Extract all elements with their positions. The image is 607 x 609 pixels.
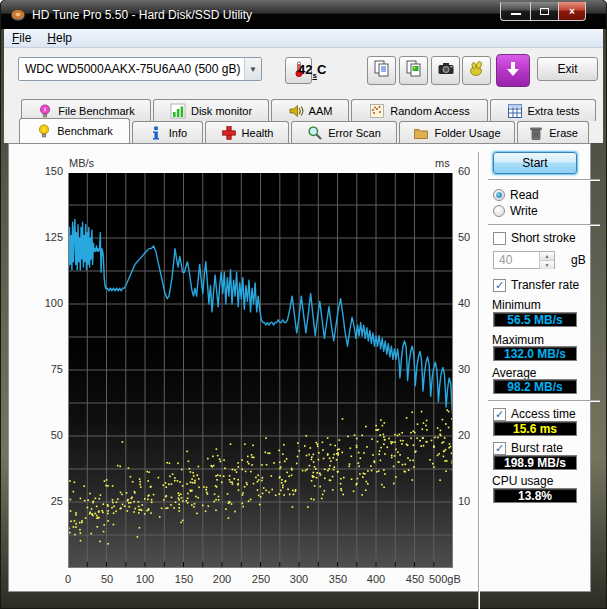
right-axis-tick-label: 10 [458,495,470,507]
minimize-icon [511,12,521,15]
bulb-pink-icon [37,103,53,119]
tab-health[interactable]: Health [205,121,289,143]
tab-benchmark[interactable]: Benchmark [19,118,130,143]
chevron-down-icon: ▼ [244,58,261,80]
dots-icon [369,103,385,119]
copy-image-icon [404,59,424,83]
maximize-button[interactable] [530,2,558,21]
magnifier-icon [307,125,323,141]
download-button[interactable] [496,54,530,87]
toolbar: WDC WD5000AAKX-75U6AA0 (500 gB) ▼ 42sC E… [4,48,603,95]
tab-disk-monitor[interactable]: Disk monitor [153,99,269,121]
access-time-value: 15.6 ms [493,421,577,436]
tab-label: AAM [309,105,333,117]
x-axis-tick-label: 350 [323,573,353,585]
tab-error-scan[interactable]: Error Scan [291,121,397,143]
left-axis-unit: MB/s [69,157,94,169]
tab-info[interactable]: Info [132,121,203,143]
x-axis-tick-label: 50 [92,573,122,585]
copy-image-button[interactable] [399,56,428,85]
tab-strip: File BenchmarkDisk monitorAAMRandom Acce… [4,95,603,143]
copy-pages-icon [372,59,392,83]
checkbox-icon [493,232,506,245]
exit-button[interactable]: Exit [537,57,598,81]
camera-button[interactable] [431,56,460,85]
close-button[interactable]: × [558,2,586,21]
tab-label: Benchmark [57,125,113,137]
write-radio[interactable]: Write [493,204,538,218]
right-axis-tick-label: 30 [458,363,470,375]
checkbox-icon: ✓ [493,279,506,292]
tab-aam[interactable]: AAM [271,99,349,121]
tab-label: Extra tests [528,105,580,117]
tab-label: Error Scan [328,127,381,139]
average-label: Average [492,366,536,380]
grid-icon [507,103,523,119]
tab-folder-usage[interactable]: Folder Usage [399,121,515,143]
x-axis-tick-label: 400 [361,573,391,585]
benchmark-page: MB/s ms 15012510075502560504030201005010… [8,143,591,592]
spinner-arrows-icon[interactable]: ▲▼ [539,252,554,268]
camera-icon [436,59,456,83]
tab-erase[interactable]: Erase [517,121,589,143]
speaker-icon [288,103,304,119]
right-axis-tick-label: 60 [458,165,470,177]
x-axis-tick-label: 500gB [429,573,477,585]
maximum-value: 132.0 MB/s [493,346,577,361]
right-axis-tick-label: 40 [458,297,470,309]
burst-rate-checkbox[interactable]: ✓ Burst rate [493,441,563,455]
short-stroke-checkbox[interactable]: Short stroke [493,231,576,245]
x-axis-tick-label: 0 [53,573,83,585]
bars-icon [170,103,186,119]
tab-label: Health [242,127,274,139]
tab-label: Random Access [390,105,469,117]
app-window: HD Tune Pro 5.50 - Hard Disk/SSD Utility… [0,0,607,609]
tab-random-access[interactable]: Random Access [351,99,488,121]
folder-icon [413,125,429,141]
left-axis-tick-label: 75 [37,363,63,375]
x-axis-tick-label: 250 [246,573,276,585]
tab-label: Disk monitor [191,105,252,117]
right-axis-tick-label: 50 [458,231,470,243]
hand-button[interactable] [462,56,491,85]
app-icon [10,7,26,23]
menu-file[interactable]: File [4,30,39,46]
download-arrow-icon [505,60,521,82]
right-axis-tick-label: 20 [458,429,470,441]
info-icon [148,125,164,141]
checkbox-icon: ✓ [493,408,506,421]
left-axis-tick-label: 100 [37,297,63,309]
left-axis-tick-label: 50 [37,429,63,441]
radio-icon [493,189,505,201]
tab-label: Folder Usage [434,127,500,139]
benchmark-chart [68,172,453,568]
tab-label: File Benchmark [58,105,134,117]
copy-pages-button[interactable] [367,56,396,85]
maximize-icon [540,8,549,15]
minimize-button[interactable] [500,2,530,21]
x-axis-tick-label: 450 [400,573,430,585]
short-stroke-size-spinner[interactable]: 40 ▲▼ [493,251,555,269]
minimum-label: Minimum [492,298,541,312]
drive-select[interactable]: WDC WD5000AAKX-75U6AA0 (500 gB) ▼ [18,57,262,81]
transfer-rate-checkbox[interactable]: ✓ Transfer rate [493,278,579,292]
tab-label: Erase [549,127,578,139]
right-axis-unit: ms [435,157,450,169]
read-radio[interactable]: Read [493,188,539,202]
x-axis-tick-label: 150 [169,573,199,585]
titlebar[interactable]: HD Tune Pro 5.50 - Hard Disk/SSD Utility… [1,0,606,29]
x-axis-tick-label: 100 [130,573,160,585]
menu-help[interactable]: Help [39,30,80,46]
access-time-checkbox[interactable]: ✓ Access time [493,407,576,421]
maximum-label: Maximum [492,333,544,347]
trash-icon [528,125,544,141]
tab-extra-tests[interactable]: Extra tests [490,99,596,121]
stroke-unit-label: gB [571,253,586,267]
bulb-yellow-icon [36,123,52,139]
cpu-usage-label: CPU usage [492,474,553,488]
hand-icon [467,59,487,83]
radio-icon [493,205,505,217]
start-button[interactable]: Start [493,152,577,174]
burst-rate-value: 198.9 MB/s [493,455,577,470]
window-title: HD Tune Pro 5.50 - Hard Disk/SSD Utility [32,8,252,22]
